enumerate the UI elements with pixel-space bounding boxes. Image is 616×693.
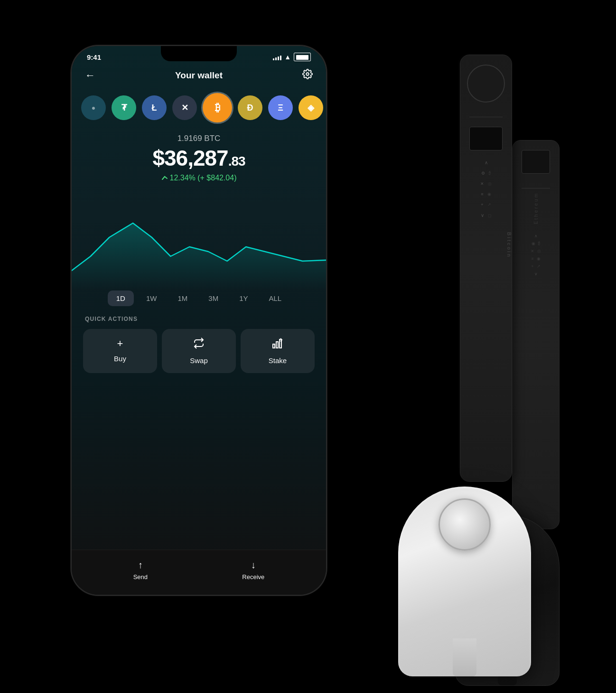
time-btn-3m[interactable]: 3M: [200, 290, 227, 306]
wifi-icon: ▲: [284, 53, 291, 61]
swap-arrows-icon: [193, 337, 205, 349]
coin-item-ethereum[interactable]: Ξ: [268, 95, 293, 120]
receive-label: Receive: [242, 573, 264, 581]
swap-button[interactable]: Swap: [162, 329, 236, 373]
action-buttons: + Buy Swap: [72, 329, 326, 384]
stake-label: Stake: [269, 356, 287, 365]
time-btn-1m[interactable]: 1M: [169, 290, 196, 306]
trend-up-icon: [161, 175, 168, 181]
hardware-wallet-1: ∧ ⚙ ₿ ✕ ◎ ≡ ◉ + ↗ ∨ ◻ Bitco: [460, 55, 512, 482]
usd-balance: $36,287.83: [81, 145, 317, 171]
chart-area: [72, 223, 326, 290]
settings-button[interactable]: [302, 69, 313, 82]
swap-icon: [193, 337, 205, 352]
bottom-nav: ↑ Send ↓ Receive: [72, 550, 326, 595]
battery-icon: [294, 53, 311, 61]
white-wallet-button: [439, 498, 491, 551]
hw-wallet-1-controls: ∧ ⚙ ₿ ✕ ◎ ≡ ◉ + ↗ ∨ ◻: [460, 155, 512, 223]
time-btn-1w[interactable]: 1W: [138, 290, 166, 306]
change-text: 12.34% (+ $842.04): [170, 174, 237, 182]
buy-label: Buy: [114, 355, 126, 363]
usd-whole: $36,287: [152, 146, 228, 170]
svg-rect-2: [276, 342, 278, 348]
hw-wallet-1-button: [467, 65, 505, 103]
send-icon: ↑: [138, 560, 143, 571]
send-label: Send: [133, 573, 148, 581]
buy-icon: +: [117, 337, 123, 350]
status-time: 9:41: [87, 53, 101, 61]
swap-label: Swap: [190, 356, 208, 365]
buy-button[interactable]: + Buy: [83, 329, 157, 373]
quick-actions-label: QUICK ACTIONS: [72, 316, 326, 329]
coin-item-tether[interactable]: ₮: [112, 95, 136, 120]
status-icons: ▲: [273, 53, 311, 61]
white-wallet-plug: [453, 638, 476, 676]
scene: 9:41 ▲: [47, 26, 569, 667]
coin-item-unknown[interactable]: ●: [81, 95, 106, 120]
coin-selector: ● ₮ Ł ✕ ₿ Ð Ξ ◈ A: [72, 89, 326, 130]
app-header: ← Your wallet: [72, 63, 326, 89]
hardware-wallet-white: [398, 487, 531, 676]
time-btn-1y[interactable]: 1Y: [231, 290, 256, 306]
receive-nav-item[interactable]: ↓ Receive: [242, 560, 264, 581]
usd-cents: .83: [228, 154, 245, 169]
hardware-wallet-2: Ethereum ∧ ◉ ₿ ✕ ◎ ≡ ◉ + ↗ ∨: [512, 140, 560, 529]
signal-icon: [273, 54, 281, 60]
gear-icon: [302, 69, 313, 79]
page-title: Your wallet: [175, 70, 223, 81]
receive-icon: ↓: [251, 560, 256, 571]
stake-icon: [272, 337, 283, 352]
stake-bars-icon: [272, 337, 283, 349]
balance-section: 1.9169 BTC $36,287.83 12.34% (+ $842.04): [72, 130, 326, 190]
phone-screen: 9:41 ▲: [72, 46, 326, 595]
stake-button[interactable]: Stake: [241, 329, 315, 373]
coin-item-litecoin[interactable]: Ł: [142, 95, 167, 120]
time-btn-all[interactable]: ALL: [261, 290, 290, 306]
time-btn-1d[interactable]: 1D: [108, 290, 134, 306]
send-nav-item[interactable]: ↑ Send: [133, 560, 148, 581]
coin-item-dogecoin[interactable]: Ð: [238, 95, 262, 120]
back-button[interactable]: ←: [85, 69, 95, 82]
coin-item-xrp[interactable]: ✕: [172, 95, 197, 120]
phone-device: 9:41 ▲: [71, 45, 327, 596]
svg-point-0: [306, 73, 309, 75]
coin-item-binance[interactable]: ◈: [299, 95, 323, 120]
hw-wallet-1-screen: [469, 127, 503, 150]
phone-notch: [161, 46, 237, 61]
price-change: 12.34% (+ $842.04): [81, 174, 317, 182]
chart-svg: [72, 195, 326, 290]
svg-rect-1: [273, 344, 275, 348]
coin-item-bitcoin[interactable]: ₿: [203, 93, 232, 122]
price-chart: [72, 190, 326, 285]
hw-wallet-1-label: Bitcoin: [460, 232, 512, 258]
btc-balance: 1.9169 BTC: [81, 134, 317, 143]
